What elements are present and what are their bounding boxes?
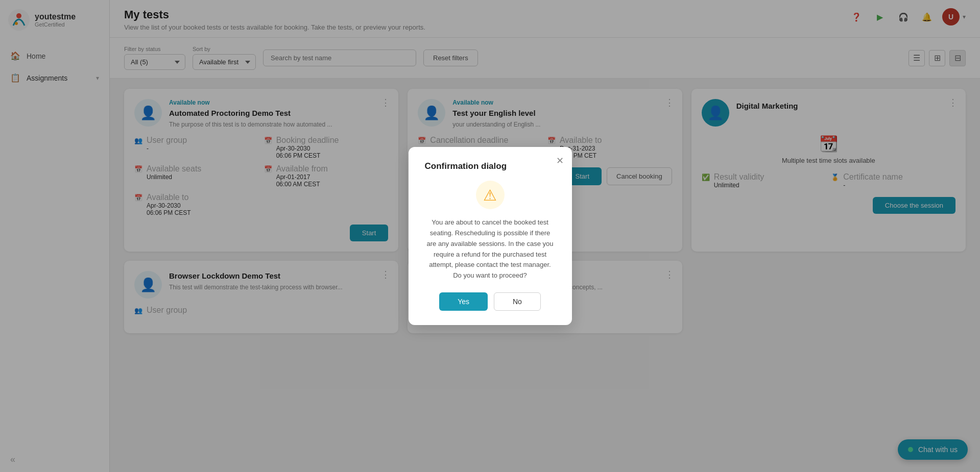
dialog-overlay: ✕ Confirmation dialog ⚠ You are about to… [0, 0, 980, 472]
dialog-title: Confirmation dialog [425, 161, 556, 171]
dialog-actions: Yes No [425, 292, 556, 311]
confirmation-dialog: ✕ Confirmation dialog ⚠ You are about to… [409, 147, 572, 325]
dialog-no-button[interactable]: No [494, 292, 541, 311]
dialog-body: You are about to cancel the booked test … [425, 217, 556, 281]
warning-icon: ⚠ [476, 181, 505, 209]
dialog-yes-button[interactable]: Yes [439, 292, 488, 311]
dialog-icon-area: ⚠ [425, 181, 556, 209]
dialog-close-button[interactable]: ✕ [556, 155, 564, 166]
